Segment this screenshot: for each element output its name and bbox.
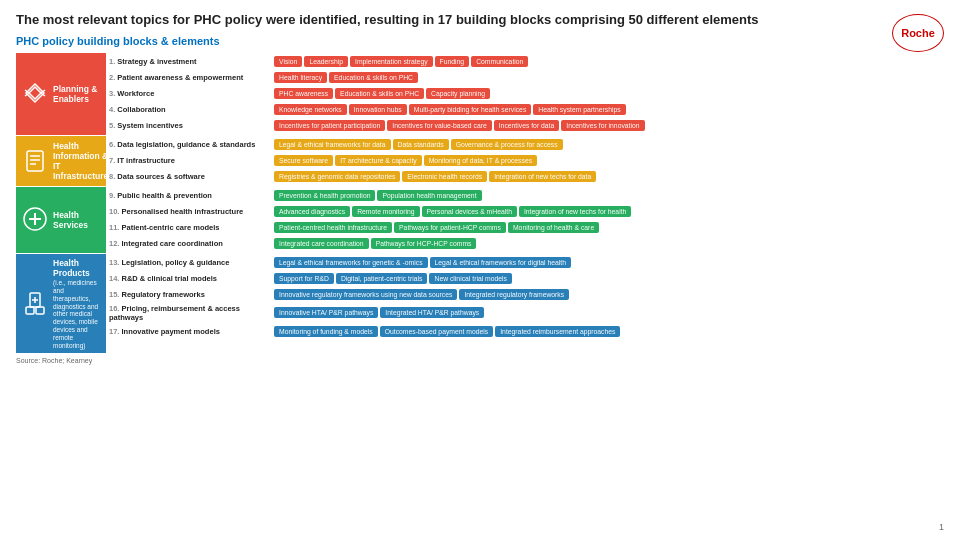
sidebar-label-health-products: Health Products(i.e., medicines and ther… (53, 258, 101, 350)
tag: Monitoring of funding & models (274, 326, 378, 337)
tag: Innovation hubs (349, 104, 407, 115)
tags-container: Advanced diagnosticsRemote monitoringPer… (274, 206, 944, 217)
row-label: 4. Collaboration (106, 104, 274, 115)
tags-container: Health literacyEducation & skills on PHC (274, 72, 944, 83)
tag: Integrated reimbursement approaches (495, 326, 620, 337)
row-label: 13. Legislation, policy & guidance (106, 257, 274, 268)
sidebar-label-health-services: Health Services (53, 210, 101, 230)
table-row: 3. WorkforcePHC awarenessEducation & ski… (106, 86, 944, 101)
row-label: 11. Patient-centric care models (106, 222, 274, 233)
table-row: 1. Strategy & investmentVisionLeadership… (106, 54, 944, 69)
tag: Personal devices & mHealth (422, 206, 517, 217)
tag: Pathways for HCP-HCP comms (371, 238, 477, 249)
sidebar-health-services: Health Services (16, 187, 106, 253)
tag: Support for R&D (274, 273, 334, 284)
tags-container: Registries & genomic data repositoriesEl… (274, 171, 944, 182)
tags-container: Incentives for patient participationInce… (274, 120, 944, 131)
tag: Outcomes-based payment models (380, 326, 494, 337)
sidebar-label-planning: Planning & Enablers (53, 84, 101, 104)
rows-health-info: 6. Data legislation, guidance & standard… (106, 136, 944, 186)
tag: Advanced diagnostics (274, 206, 350, 217)
tag: Data standards (393, 139, 449, 150)
tag: Knowledge networks (274, 104, 347, 115)
tags-container: Legal & ethical frameworks for genetic &… (274, 257, 944, 268)
tag: Funding (435, 56, 470, 67)
tags-container: Innovative regulatory frameworks using n… (274, 289, 944, 300)
tag: Integrated care coordination (274, 238, 369, 249)
rows-health-services: 9. Public health & preventionPrevention … (106, 187, 944, 253)
page-title: The most relevant topics for PHC policy … (16, 12, 816, 29)
section-health-info: Health Information & IT Infrastructure6.… (16, 136, 944, 186)
planning-icon (21, 79, 49, 109)
table-row: 7. IT infrastructureSecure softwareIT ar… (106, 153, 944, 168)
tag: Incentives for data (494, 120, 560, 131)
health-products-icon (21, 289, 49, 319)
tag: Innovative regulatory frameworks using n… (274, 289, 457, 300)
tag: Secure software (274, 155, 333, 166)
tag: Remote monitoring (352, 206, 419, 217)
rows-planning: 1. Strategy & investmentVisionLeadership… (106, 53, 944, 135)
tags-container: Secure softwareIT architecture & capacit… (274, 155, 944, 166)
tag: Legal & ethical frameworks for genetic &… (274, 257, 428, 268)
roche-logo: Roche (892, 14, 944, 52)
tag: Education & skills on PHC (329, 72, 418, 83)
tag: Legal & ethical frameworks for data (274, 139, 391, 150)
table-row: 17. Innovative payment modelsMonitoring … (106, 324, 944, 339)
table-row: 13. Legislation, policy & guidanceLegal … (106, 255, 944, 270)
tag: Capacity planning (426, 88, 490, 99)
tag: Incentives for innovation (561, 120, 644, 131)
tag: Innovative HTA/ P&R pathways (274, 307, 378, 318)
row-label: 8. Data sources & software (106, 171, 274, 182)
sidebar-health-info: Health Information & IT Infrastructure (16, 136, 106, 186)
section-planning: Planning & Enablers1. Strategy & investm… (16, 53, 944, 135)
tag: Governance & process for access (451, 139, 563, 150)
row-label: 15. Regulatory frameworks (106, 289, 274, 300)
table-row: 14. R&D & clinical trial modelsSupport f… (106, 271, 944, 286)
svg-rect-11 (36, 307, 44, 314)
row-label: 2. Patient awareness & empowerment (106, 72, 274, 83)
tag: Communication (471, 56, 528, 67)
table-row: 11. Patient-centric care modelsPatient-c… (106, 220, 944, 235)
tags-container: Legal & ethical frameworks for dataData … (274, 139, 944, 150)
tag: Multi-party bidding for health services (409, 104, 532, 115)
tags-container: Innovative HTA/ P&R pathwaysIntegrated H… (274, 307, 944, 318)
tag: Integration of new techs for data (489, 171, 596, 182)
row-label: 3. Workforce (106, 88, 274, 99)
tag: Vision (274, 56, 302, 67)
tag: Integrated HTA/ P&R pathways (380, 307, 484, 318)
table-row: 12. Integrated care coordinationIntegrat… (106, 236, 944, 251)
sidebar-health-products: Health Products(i.e., medicines and ther… (16, 254, 106, 354)
tags-container: Knowledge networksInnovation hubsMulti-p… (274, 104, 944, 115)
tags-container: PHC awarenessEducation & skills on PHCCa… (274, 88, 944, 99)
tags-container: Prevention & health promotionPopulation … (274, 190, 944, 201)
tag: Incentives for value-based care (387, 120, 491, 131)
tag: Registries & genomic data repositories (274, 171, 400, 182)
row-label: 9. Public health & prevention (106, 190, 274, 201)
table-row: 5. System incentivesIncentives for patie… (106, 118, 944, 133)
sidebar-planning: Planning & Enablers (16, 53, 106, 135)
tag: IT architecture & capacity (335, 155, 422, 166)
health-info-icon (21, 146, 49, 176)
row-label: 1. Strategy & investment (106, 56, 274, 67)
tag: Legal & ethical frameworks for digital h… (430, 257, 571, 268)
section-subtitle: PHC policy building blocks & elements (16, 35, 944, 47)
table-row: 16. Pricing, reimbursement & access path… (106, 303, 944, 323)
svg-rect-0 (27, 151, 43, 171)
source-label: Source: Roche; Kearney (16, 357, 944, 364)
tag: Patient-centred health infrastructure (274, 222, 392, 233)
sections-container: Planning & Enablers1. Strategy & investm… (16, 53, 944, 354)
tag: Integration of new techs for health (519, 206, 631, 217)
row-label: 6. Data legislation, guidance & standard… (106, 139, 274, 150)
tag: Incentives for patient participation (274, 120, 385, 131)
tag: PHC awareness (274, 88, 333, 99)
tag: Monitoring of data, IT & processes (424, 155, 537, 166)
row-label: 7. IT infrastructure (106, 155, 274, 166)
tag: Prevention & health promotion (274, 190, 375, 201)
tag: Health system partnerships (533, 104, 625, 115)
row-label: 12. Integrated care coordination (106, 238, 274, 249)
tags-container: VisionLeadershipImplementation strategyF… (274, 56, 944, 67)
row-label: 17. Innovative payment models (106, 326, 274, 337)
tag: New clinical trial models (429, 273, 512, 284)
tag: Implementation strategy (350, 56, 433, 67)
page-number: 1 (939, 522, 944, 532)
